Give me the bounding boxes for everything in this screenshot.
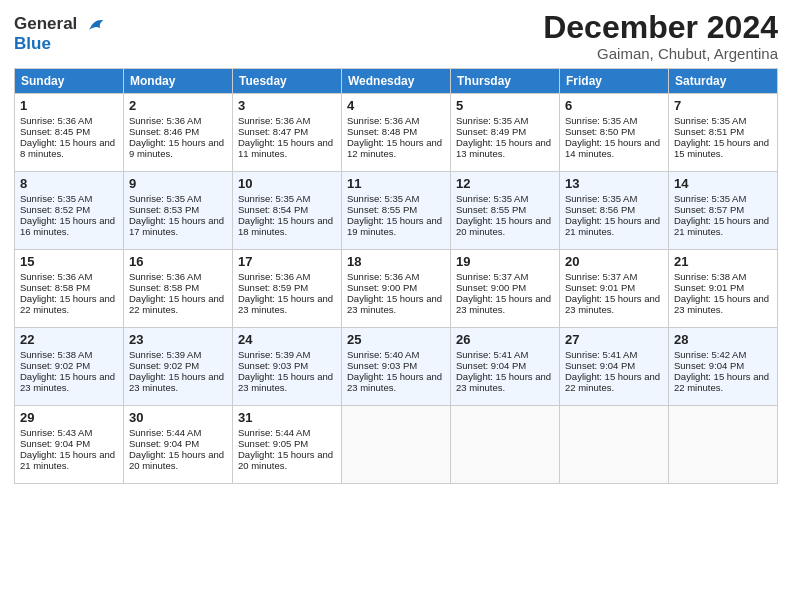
calendar-cell-5: 5Sunrise: 5:35 AMSunset: 8:49 PMDaylight… bbox=[451, 94, 560, 172]
calendar-cell-23: 23Sunrise: 5:39 AMSunset: 9:02 PMDayligh… bbox=[124, 328, 233, 406]
calendar-cell-1: 1Sunrise: 5:36 AMSunset: 8:45 PMDaylight… bbox=[15, 94, 124, 172]
calendar-cell-empty bbox=[342, 406, 451, 484]
logo: General Blue bbox=[14, 14, 108, 54]
calendar-cell-18: 18Sunrise: 5:36 AMSunset: 9:00 PMDayligh… bbox=[342, 250, 451, 328]
calendar-cell-16: 16Sunrise: 5:36 AMSunset: 8:58 PMDayligh… bbox=[124, 250, 233, 328]
logo-bird-icon bbox=[86, 14, 108, 36]
calendar-cell-3: 3Sunrise: 5:36 AMSunset: 8:47 PMDaylight… bbox=[233, 94, 342, 172]
col-tuesday: Tuesday bbox=[233, 69, 342, 94]
title-block: December 2024 Gaiman, Chubut, Argentina bbox=[543, 10, 778, 62]
calendar-cell-30: 30Sunrise: 5:44 AMSunset: 9:04 PMDayligh… bbox=[124, 406, 233, 484]
calendar-week-3: 22Sunrise: 5:38 AMSunset: 9:02 PMDayligh… bbox=[15, 328, 778, 406]
col-sunday: Sunday bbox=[15, 69, 124, 94]
calendar-cell-empty bbox=[451, 406, 560, 484]
calendar-cell-empty bbox=[560, 406, 669, 484]
calendar-cell-11: 11Sunrise: 5:35 AMSunset: 8:55 PMDayligh… bbox=[342, 172, 451, 250]
calendar-cell-14: 14Sunrise: 5:35 AMSunset: 8:57 PMDayligh… bbox=[669, 172, 778, 250]
col-friday: Friday bbox=[560, 69, 669, 94]
calendar-cell-17: 17Sunrise: 5:36 AMSunset: 8:59 PMDayligh… bbox=[233, 250, 342, 328]
calendar-cell-12: 12Sunrise: 5:35 AMSunset: 8:55 PMDayligh… bbox=[451, 172, 560, 250]
calendar-cell-25: 25Sunrise: 5:40 AMSunset: 9:03 PMDayligh… bbox=[342, 328, 451, 406]
calendar-table: Sunday Monday Tuesday Wednesday Thursday… bbox=[14, 68, 778, 484]
header-row: Sunday Monday Tuesday Wednesday Thursday… bbox=[15, 69, 778, 94]
month-title: December 2024 bbox=[543, 10, 778, 45]
calendar-cell-7: 7Sunrise: 5:35 AMSunset: 8:51 PMDaylight… bbox=[669, 94, 778, 172]
col-thursday: Thursday bbox=[451, 69, 560, 94]
calendar-cell-22: 22Sunrise: 5:38 AMSunset: 9:02 PMDayligh… bbox=[15, 328, 124, 406]
calendar-cell-2: 2Sunrise: 5:36 AMSunset: 8:46 PMDaylight… bbox=[124, 94, 233, 172]
calendar-week-0: 1Sunrise: 5:36 AMSunset: 8:45 PMDaylight… bbox=[15, 94, 778, 172]
calendar-cell-10: 10Sunrise: 5:35 AMSunset: 8:54 PMDayligh… bbox=[233, 172, 342, 250]
col-monday: Monday bbox=[124, 69, 233, 94]
calendar-cell-21: 21Sunrise: 5:38 AMSunset: 9:01 PMDayligh… bbox=[669, 250, 778, 328]
calendar-cell-19: 19Sunrise: 5:37 AMSunset: 9:00 PMDayligh… bbox=[451, 250, 560, 328]
calendar-cell-13: 13Sunrise: 5:35 AMSunset: 8:56 PMDayligh… bbox=[560, 172, 669, 250]
calendar-cell-26: 26Sunrise: 5:41 AMSunset: 9:04 PMDayligh… bbox=[451, 328, 560, 406]
calendar-cell-8: 8Sunrise: 5:35 AMSunset: 8:52 PMDaylight… bbox=[15, 172, 124, 250]
calendar-cell-6: 6Sunrise: 5:35 AMSunset: 8:50 PMDaylight… bbox=[560, 94, 669, 172]
calendar-cell-4: 4Sunrise: 5:36 AMSunset: 8:48 PMDaylight… bbox=[342, 94, 451, 172]
calendar-cell-28: 28Sunrise: 5:42 AMSunset: 9:04 PMDayligh… bbox=[669, 328, 778, 406]
calendar-week-1: 8Sunrise: 5:35 AMSunset: 8:52 PMDaylight… bbox=[15, 172, 778, 250]
col-wednesday: Wednesday bbox=[342, 69, 451, 94]
logo-blue: Blue bbox=[14, 34, 108, 54]
header: General Blue December 2024 Gaiman, Chubu… bbox=[14, 10, 778, 62]
calendar-cell-9: 9Sunrise: 5:35 AMSunset: 8:53 PMDaylight… bbox=[124, 172, 233, 250]
calendar-cell-empty bbox=[669, 406, 778, 484]
calendar-week-2: 15Sunrise: 5:36 AMSunset: 8:58 PMDayligh… bbox=[15, 250, 778, 328]
page-container: General Blue December 2024 Gaiman, Chubu… bbox=[0, 0, 792, 494]
calendar-cell-27: 27Sunrise: 5:41 AMSunset: 9:04 PMDayligh… bbox=[560, 328, 669, 406]
calendar-week-4: 29Sunrise: 5:43 AMSunset: 9:04 PMDayligh… bbox=[15, 406, 778, 484]
calendar-cell-15: 15Sunrise: 5:36 AMSunset: 8:58 PMDayligh… bbox=[15, 250, 124, 328]
logo-general: General bbox=[14, 14, 77, 33]
calendar-cell-20: 20Sunrise: 5:37 AMSunset: 9:01 PMDayligh… bbox=[560, 250, 669, 328]
col-saturday: Saturday bbox=[669, 69, 778, 94]
location-title: Gaiman, Chubut, Argentina bbox=[543, 45, 778, 62]
calendar-cell-31: 31Sunrise: 5:44 AMSunset: 9:05 PMDayligh… bbox=[233, 406, 342, 484]
calendar-cell-29: 29Sunrise: 5:43 AMSunset: 9:04 PMDayligh… bbox=[15, 406, 124, 484]
calendar-cell-24: 24Sunrise: 5:39 AMSunset: 9:03 PMDayligh… bbox=[233, 328, 342, 406]
